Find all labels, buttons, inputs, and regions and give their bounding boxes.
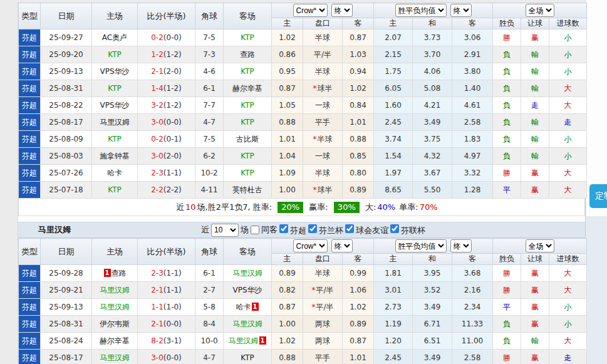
league-filters: 芬超芬兰杯球会友谊芬联杯 xyxy=(278,224,425,236)
league-badge: 芬超 xyxy=(19,316,41,333)
handicap-line: 一球 xyxy=(303,97,343,114)
result-wl: 負 xyxy=(493,63,521,80)
odds-away: 1.02 xyxy=(343,80,374,97)
away-team: 查路 xyxy=(224,46,272,63)
mariehamn-scope-select[interactable]: 全场 xyxy=(526,239,554,252)
away-team: KTP xyxy=(224,114,272,131)
scope-group-header: 全场 xyxy=(493,3,587,18)
col-header-corner: 角球 xyxy=(195,239,224,265)
odds-home: 1.02 xyxy=(272,333,303,350)
odds-home: 0.89 xyxy=(272,265,303,282)
avg-home: 6.05 xyxy=(374,80,413,97)
col-header-score: 比分(半场) xyxy=(138,239,195,265)
mariehamn-avg-period-select[interactable]: 终 xyxy=(450,239,472,252)
match-row: 芬超25-07-18KTP2-2(2-2)4-11英特杜古1.00*球半0.89… xyxy=(19,182,587,199)
ktp-table: 类型日期主场比分(半场)角球客场Crow*终胜平负均值终全场主盘口客主和客胜负让… xyxy=(18,3,587,199)
avg-home: 2.15 xyxy=(374,46,413,63)
handicap-line: 半球 xyxy=(303,265,343,282)
avg-home: 1.81 xyxy=(374,265,413,282)
mariehamn-avg-source-select[interactable]: 胜平负均值 xyxy=(395,239,447,252)
col-header-corner: 角球 xyxy=(195,3,224,29)
filter-controls: 近 10 场 同客 芬超芬兰杯球会友谊芬联杯 xyxy=(201,224,425,237)
corner-count: 7-7 xyxy=(195,97,224,114)
away-team: 哈卡1 xyxy=(224,299,272,316)
goals-result: 大 xyxy=(549,165,587,182)
corner-count: 4-7 xyxy=(195,114,224,131)
odds-group-header: Crow*终 xyxy=(272,3,374,18)
right-margin-lower xyxy=(586,216,607,364)
avg-home: 2.73 xyxy=(374,299,413,316)
result-handicap: 赢 xyxy=(521,265,549,282)
avg-group-header: 胜平负均值终 xyxy=(374,239,493,254)
match-row: 芬超25-09-20KTP1-2(1-2)7-3查路0.86平/半1.032.1… xyxy=(19,46,587,63)
handicap-line: 平手 xyxy=(303,114,343,131)
result-handicap: 輸 xyxy=(521,46,549,63)
avg-draw: 3.52 xyxy=(413,282,452,299)
mariehamn-odds-source-select[interactable]: Crow* xyxy=(293,239,328,252)
col-header-avg-home: 主 xyxy=(374,18,413,29)
summary-big-rate: 40% xyxy=(377,202,395,212)
avg-draw: 5.50 xyxy=(413,182,452,199)
avg-away: 1.28 xyxy=(452,182,493,199)
col-header-odds-away: 客 xyxy=(343,254,374,265)
away-team: 马里汉姆 xyxy=(224,265,272,282)
match-date: 25-07-18 xyxy=(41,182,92,199)
col-header-handicap-line: 盘口 xyxy=(303,18,343,29)
odds-away: 0.87 xyxy=(343,29,374,46)
result-wl: 勝 xyxy=(493,165,521,182)
result-wl: 負 xyxy=(493,46,521,63)
summary-single-label: 单率: xyxy=(399,202,418,212)
col-header-type: 类型 xyxy=(19,239,41,265)
avg-home: 8.65 xyxy=(374,182,413,199)
corner-count: 4-6 xyxy=(195,63,224,80)
odds-home: 0.86 xyxy=(272,46,303,63)
col-header-avg-home: 主 xyxy=(374,254,413,265)
mariehamn-odds-period-select[interactable]: 终 xyxy=(331,239,353,252)
ktp-odds-period-select[interactable]: 终 xyxy=(331,4,353,17)
corner-count: 4-7 xyxy=(195,350,224,364)
result-handicap: 輸 xyxy=(521,63,549,80)
recent-count-select[interactable]: 10 xyxy=(211,224,239,237)
avg-home: 2.45 xyxy=(374,114,413,131)
handicap-rate-badge: 30% xyxy=(334,202,360,213)
corner-count: 10-2 xyxy=(195,165,224,182)
league-checkbox-0[interactable] xyxy=(279,224,288,233)
ktp-avg-source-select[interactable]: 胜平负均值 xyxy=(395,4,447,17)
same-away-checkbox[interactable] xyxy=(251,226,259,234)
near-label: 近 xyxy=(201,224,209,236)
away-team: VPS华沙 xyxy=(224,282,272,299)
corner-count: 7-3 xyxy=(195,46,224,63)
match-row: 芬超25-08-31KTP1-4(1-2)6-1赫尔辛基0.87*球半1.026… xyxy=(19,80,587,97)
avg-draw: 4.06 xyxy=(413,63,452,80)
summary-big-label: 大: xyxy=(365,202,376,212)
result-handicap: 赢 xyxy=(521,316,549,333)
customize-button[interactable]: 定制 xyxy=(589,184,607,208)
avg-away: 2.58 xyxy=(452,350,493,364)
league-checkbox-1[interactable] xyxy=(308,224,317,233)
avg-away: 3.80 xyxy=(452,63,493,80)
handicap-line: 平手 xyxy=(303,350,343,364)
match-date: 25-07-26 xyxy=(41,165,92,182)
avg-away: 2.16 xyxy=(452,282,493,299)
goals-result: 小 xyxy=(549,63,587,80)
avg-draw: 3.95 xyxy=(413,265,452,282)
ktp-avg-period-select[interactable]: 终 xyxy=(450,4,472,17)
col-header-result-wl: 胜负 xyxy=(493,254,521,265)
avg-home: 1.60 xyxy=(374,97,413,114)
goals-result: 大 xyxy=(549,80,587,97)
col-header-away: 客场 xyxy=(224,3,272,29)
league-badge: 芬超 xyxy=(19,299,41,316)
league-badge: 芬超 xyxy=(19,29,41,46)
ktp-odds-source-select[interactable]: Crow* xyxy=(293,4,328,17)
ktp-scope-select[interactable]: 全场 xyxy=(526,4,554,17)
away-team: KTP xyxy=(224,165,272,182)
league-checkbox-2[interactable] xyxy=(345,224,354,233)
summary-record: 场,胜2平1负7, 胜率: xyxy=(197,202,272,212)
odds-home: 1.04 xyxy=(272,148,303,165)
league-checkbox-3[interactable] xyxy=(390,224,399,233)
scope-group-header: 全场 xyxy=(493,239,587,254)
home-team: 施拿钟基 xyxy=(92,148,138,165)
avg-draw: 4.21 xyxy=(413,97,452,114)
col-header-avg-draw: 和 xyxy=(413,18,452,29)
home-team: 赫尔辛基 xyxy=(92,333,138,350)
